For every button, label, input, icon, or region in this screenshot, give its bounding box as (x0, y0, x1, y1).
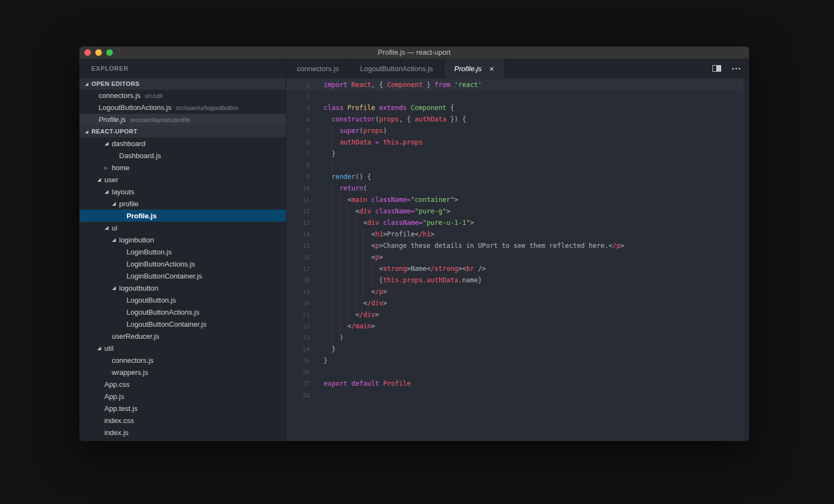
file-userReducer.js[interactable]: userReducer.js (79, 330, 286, 342)
file-Profile.js[interactable]: Profile.js (79, 210, 286, 222)
file-LogoutButtonActions.js[interactable]: LogoutButtonActions.js (79, 306, 286, 318)
code-line-7[interactable]: 7} (286, 148, 749, 160)
code-line-9[interactable]: 9render() { (286, 171, 749, 183)
more-actions-icon[interactable] (735, 68, 737, 69)
code-line-2[interactable]: 2 (286, 91, 749, 102)
open-editor-filename: Profile.js (99, 114, 126, 126)
code-line-content: <div className="pure-u-1-1"> (324, 217, 474, 229)
tab-LogoutButtonActions.js[interactable]: LogoutButtonActions.js (350, 59, 444, 78)
line-number: 24 (286, 344, 310, 355)
code-line-17[interactable]: 17<strong>Name</strong><br /> (286, 263, 749, 275)
tab-bar: connectors.jsLogoutButtonActions.jsProfi… (286, 59, 749, 78)
indent-guide (331, 275, 332, 286)
indent-guide (331, 206, 332, 217)
code-line-15[interactable]: 15<p>Change these details in UPort to se… (286, 240, 749, 252)
chevron-expanded-icon: ◢ (105, 189, 112, 194)
code-line-content: super(props) (324, 125, 387, 137)
code-line-12[interactable]: 12<div className="pure-g"> (286, 206, 749, 217)
file-Dashboard.js[interactable]: Dashboard.js (79, 149, 286, 161)
code-line-28[interactable]: 28 (286, 390, 749, 401)
open-editor-connectors.js[interactable]: connectors.jssrc/util (79, 90, 286, 102)
tab-label: LogoutButtonActions.js (360, 65, 433, 73)
folder-util[interactable]: ◢util (79, 342, 286, 354)
indent-guide (363, 286, 364, 298)
indent-guide (363, 240, 364, 252)
code-line-25[interactable]: 25} (286, 355, 749, 367)
code-line-14[interactable]: 14<h1>Profile</h1> (286, 229, 749, 240)
file-LogoutButtonContainer.js[interactable]: LogoutButtonContainer.js (79, 318, 286, 330)
file-LoginButton.js[interactable]: LoginButton.js (79, 246, 286, 258)
file-LoginButtonContainer.js[interactable]: LoginButtonContainer.js (79, 270, 286, 282)
folder-ui[interactable]: ◢ui (79, 222, 286, 234)
open-editors-section-header[interactable]: ◢ OPEN EDITORS (79, 78, 286, 90)
code-line-5[interactable]: 5super(props) (286, 125, 749, 137)
indent-guide (331, 125, 332, 137)
folder-home[interactable]: ▹home (79, 161, 286, 173)
indent-guide (355, 275, 356, 286)
indent-guide (371, 275, 372, 286)
tree-item-label: connectors.js (112, 356, 154, 364)
indent-guide (331, 252, 332, 263)
code-line-3[interactable]: 3class Profile extends Component { (286, 102, 749, 114)
scrollbar-gutter[interactable] (743, 78, 749, 441)
code-line-16[interactable]: 16<p> (286, 252, 749, 263)
indent-guide (371, 263, 372, 275)
section-chevron-icon: ◢ (85, 78, 91, 90)
open-editor-path: src/util (145, 90, 163, 102)
tab-Profile.js[interactable]: Profile.js× (444, 59, 505, 78)
code-line-6[interactable]: 6authData = this.props (286, 137, 749, 148)
folder-user[interactable]: ◢user (79, 173, 286, 186)
code-line-23[interactable]: 23) (286, 332, 749, 344)
indent-guide (355, 217, 356, 229)
file-App.test.js[interactable]: App.test.js (79, 402, 286, 414)
code-line-13[interactable]: 13<div className="pure-u-1-1"> (286, 217, 749, 229)
open-editor-Profile.js[interactable]: Profile.jssrc/user/layouts/profile (79, 114, 286, 126)
open-editor-path: src/user/layouts/profile (130, 114, 191, 126)
code-line-content: authData = this.props (324, 137, 423, 148)
split-editor-icon[interactable] (712, 65, 721, 72)
folder-layouts[interactable]: ◢layouts (79, 186, 286, 198)
editor-actions (712, 59, 749, 78)
titlebar[interactable]: Profile.js — react-uport (79, 47, 749, 59)
code-editor[interactable]: 1import React, { Component } from 'react… (286, 78, 749, 441)
code-line-26[interactable]: 26 (286, 367, 749, 378)
code-line-4[interactable]: 4constructor(props, { authData }) { (286, 114, 749, 125)
file-App.js[interactable]: App.js (79, 390, 286, 402)
open-editor-LogoutButtonActions.js[interactable]: LogoutButtonActions.jssrc/user/ui/logout… (79, 102, 286, 114)
line-number: 2 (286, 91, 310, 102)
code-line-11[interactable]: 11<main className="container"> (286, 194, 749, 206)
code-line-8[interactable]: 8 (286, 160, 749, 171)
file-connectors.js[interactable]: connectors.js (79, 354, 286, 366)
code-line-22[interactable]: 22</main> (286, 321, 749, 332)
tab-label: connectors.js (297, 65, 339, 73)
indent-guide (331, 298, 332, 309)
close-tab-icon[interactable]: × (489, 65, 494, 73)
file-index.css[interactable]: index.css (79, 414, 286, 426)
code-line-20[interactable]: 20</div> (286, 298, 749, 309)
line-number: 20 (286, 298, 310, 309)
folder-profile[interactable]: ◢profile (79, 198, 286, 210)
file-App.css[interactable]: App.css (79, 378, 286, 390)
code-line-1[interactable]: 1import React, { Component } from 'react… (286, 79, 749, 91)
chevron-expanded-icon: ◢ (112, 237, 119, 242)
code-line-24[interactable]: 24} (286, 344, 749, 355)
file-LoginButtonActions.js[interactable]: LoginButtonActions.js (79, 258, 286, 270)
indent-guide (347, 206, 348, 217)
folder-loginbutton[interactable]: ◢loginbutton (79, 234, 286, 246)
open-editor-filename: connectors.js (99, 90, 141, 102)
line-number: 9 (286, 171, 310, 183)
tree-item-label: LogoutButton.js (126, 296, 176, 304)
tab-connectors.js[interactable]: connectors.js (286, 59, 350, 78)
code-line-18[interactable]: 18{this.props.authData.name} (286, 275, 749, 286)
code-line-19[interactable]: 19</p> (286, 286, 749, 298)
code-line-27[interactable]: 27export default Profile (286, 378, 749, 390)
file-wrappers.js[interactable]: wrappers.js (79, 366, 286, 378)
root-folder-section-header[interactable]: ◢ REACT-UPORT (79, 126, 286, 137)
line-number: 3 (286, 102, 310, 114)
code-line-21[interactable]: 21</div> (286, 309, 749, 321)
code-line-10[interactable]: 10return( (286, 183, 749, 194)
folder-dashboard[interactable]: ◢dashboard (79, 137, 286, 149)
folder-logoutbutton[interactable]: ◢logoutbutton (79, 282, 286, 294)
file-index.js[interactable]: index.js (79, 426, 286, 438)
file-LogoutButton.js[interactable]: LogoutButton.js (79, 294, 286, 306)
